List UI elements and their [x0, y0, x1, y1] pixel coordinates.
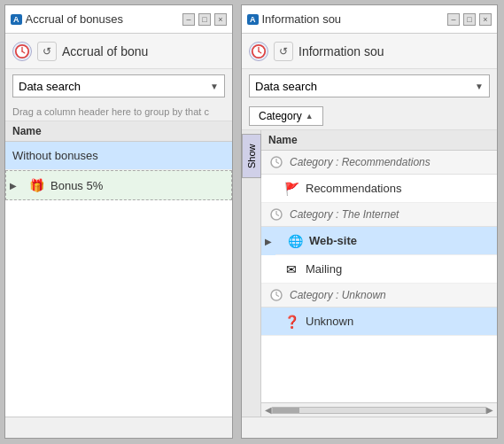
scroll-left-icon[interactable]: ◀ — [265, 405, 272, 415]
left-clock-icon — [12, 42, 32, 61]
right-show-panel: Show — [242, 130, 261, 417]
table-row[interactable]: 🌐 Web-site — [275, 227, 497, 255]
right-minimize-btn[interactable]: – — [447, 13, 460, 26]
left-toolbar: ↺ Accrual of bonu — [5, 34, 232, 69]
right-search-dropdown[interactable]: Data search ▼ — [249, 74, 490, 97]
right-dropdown-arrow-icon: ▼ — [475, 82, 484, 91]
left-maximize-btn[interactable]: □ — [198, 13, 211, 26]
mailing-icon: ✉ — [283, 261, 300, 278]
unknown-icon: ❓ — [283, 313, 300, 331]
row-text: Web-site — [309, 234, 357, 247]
row-text: Mailing — [306, 262, 342, 276]
right-maximize-btn[interactable]: □ — [463, 13, 476, 26]
accrual-bonuses-window: A Accrual of bonuses – □ × ↺ Accrual of … — [4, 4, 233, 439]
right-grid-header: Name — [261, 130, 497, 151]
left-toolbar-title: Accrual of bonu — [62, 44, 148, 58]
group-header-unknown: Category : Unknown — [261, 284, 497, 308]
left-logo: A — [11, 14, 22, 25]
right-toolbar-title: Information sou — [299, 44, 384, 58]
right-toolbar: ↺ Information sou — [242, 34, 497, 69]
right-category-toolbar: Category ▲ — [242, 103, 497, 130]
left-footer — [5, 417, 232, 438]
scroll-thumb[interactable] — [273, 408, 299, 413]
left-search-label: Data search — [19, 80, 81, 93]
table-row[interactable]: 🚩 Recommendations — [261, 175, 497, 203]
scroll-right-icon[interactable]: ▶ — [486, 405, 493, 415]
scroll-track — [272, 407, 486, 414]
left-close-btn[interactable]: × — [214, 13, 227, 26]
right-search-bar: Data search ▼ — [242, 69, 497, 103]
right-grid-content: Category : Recommendations 🚩 Recommendat… — [261, 151, 497, 402]
website-expand-arrow-icon[interactable]: ▶ — [261, 237, 275, 246]
left-minimize-btn[interactable]: – — [182, 13, 195, 26]
left-grid-content: Without bonuses ▶ 🎁 Bonus 5% — [5, 142, 232, 417]
group-clock-icon-2 — [268, 206, 284, 222]
right-window-controls: – □ × — [447, 13, 492, 26]
right-title-bar: A Information sou – □ × — [242, 5, 497, 34]
group-clock-icon — [268, 154, 284, 170]
row-text: Unknown — [306, 315, 353, 328]
left-title: Accrual of bonuses — [26, 12, 180, 26]
row-expand-arrow-icon[interactable]: ▶ — [6, 181, 20, 191]
right-logo: A — [247, 14, 259, 25]
show-button[interactable]: Show — [242, 134, 261, 178]
left-search-bar: Data search ▼ — [5, 69, 232, 103]
left-window-controls: – □ × — [182, 13, 227, 26]
group-label-internet: Category : The Internet — [290, 208, 399, 221]
group-header-recommendations: Category : Recommendations — [261, 151, 497, 175]
right-content-area: Show Name Category : Recommendatio — [242, 130, 497, 417]
table-row[interactable]: 🎁 Bonus 5% — [20, 171, 231, 199]
table-row[interactable]: ❓ Unknown — [261, 308, 497, 336]
category-arrow-icon: ▲ — [306, 112, 314, 121]
right-search-label: Data search — [255, 80, 317, 93]
recommendations-icon: 🚩 — [283, 180, 300, 198]
right-footer — [242, 417, 497, 438]
right-title: Information sou — [262, 12, 445, 26]
table-row[interactable]: Without bonuses — [5, 142, 232, 170]
row-text: Without bonuses — [12, 149, 98, 162]
category-label: Category — [259, 110, 302, 122]
group-header-internet: Category : The Internet — [261, 203, 497, 227]
right-main-content: Name Category : Recommendations 🚩 — [261, 130, 497, 417]
left-refresh-icon[interactable]: ↺ — [37, 42, 57, 61]
group-label-unknown: Category : Unknown — [290, 289, 386, 301]
category-button[interactable]: Category ▲ — [249, 106, 323, 126]
left-grid-header: Name — [5, 121, 232, 142]
table-row[interactable]: ✉ Mailing — [261, 255, 497, 284]
row-text: Bonus 5% — [50, 179, 103, 192]
information-sources-window: A Information sou – □ × ↺ Information so… — [241, 4, 498, 439]
group-clock-icon-3 — [268, 287, 284, 303]
right-close-btn[interactable]: × — [479, 13, 492, 26]
group-label-recommendations: Category : Recommendations — [290, 156, 430, 168]
right-clock-icon — [249, 42, 268, 61]
left-title-bar: A Accrual of bonuses – □ × — [5, 5, 232, 34]
left-drag-hint: Drag a column header here to group by th… — [5, 103, 232, 121]
bonus-icon: 🎁 — [27, 176, 45, 194]
left-search-dropdown[interactable]: Data search ▼ — [12, 74, 225, 97]
left-dropdown-arrow-icon: ▼ — [210, 82, 219, 91]
row-text: Recommendations — [306, 182, 401, 195]
right-refresh-icon[interactable]: ↺ — [274, 42, 293, 61]
website-icon: 🌐 — [286, 232, 304, 250]
right-scrollbar[interactable]: ◀ ▶ — [261, 402, 497, 417]
